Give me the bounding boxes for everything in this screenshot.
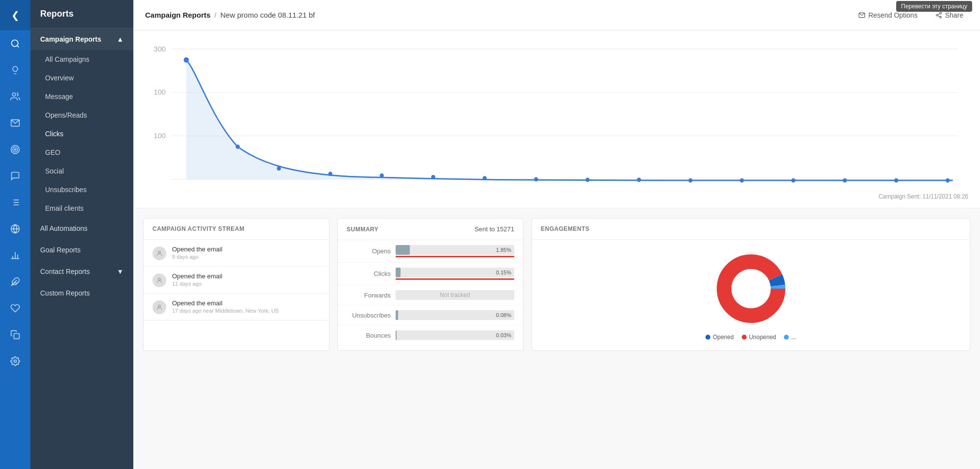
breadcrumb-separator: / bbox=[214, 11, 216, 19]
chart-point bbox=[637, 178, 641, 182]
chart-point bbox=[585, 178, 589, 182]
svg-point-22 bbox=[14, 360, 17, 363]
legend-dot-opened bbox=[705, 335, 710, 340]
email-icon[interactable] bbox=[0, 110, 30, 136]
copy-icon[interactable] bbox=[0, 321, 30, 348]
avatar bbox=[152, 273, 166, 287]
sidebar-item-overview[interactable]: Overview bbox=[30, 69, 133, 87]
summary-bar-fill bbox=[396, 268, 401, 277]
sidebar-item-opens-reads[interactable]: Opens/Reads bbox=[30, 106, 133, 124]
sidebar-item-custom-reports[interactable]: Custom Reports bbox=[30, 282, 133, 304]
globe-icon[interactable] bbox=[0, 216, 30, 242]
activity-action: Opened the email bbox=[172, 272, 320, 280]
top-bar: Campaign Reports / New promo code 08.11.… bbox=[133, 0, 980, 30]
donut-hole bbox=[731, 269, 771, 308]
svg-text:100: 100 bbox=[153, 131, 166, 139]
summary-bar-unsubscribes: 0.08% bbox=[396, 310, 514, 320]
legend-item-unopened: Unopened bbox=[742, 334, 776, 341]
chart-point bbox=[534, 177, 538, 181]
search-icon[interactable] bbox=[0, 30, 30, 57]
breadcrumb-campaign-reports[interactable]: Campaign Reports bbox=[145, 11, 210, 19]
svg-line-1 bbox=[17, 46, 19, 48]
donut-chart bbox=[712, 249, 790, 328]
avatar bbox=[152, 247, 166, 260]
puzzle-icon[interactable] bbox=[0, 269, 30, 295]
sidebar-item-all-automations[interactable]: All Automations bbox=[30, 218, 133, 239]
summary-bar-bg: Not tracked bbox=[396, 290, 514, 300]
summary-row-opens: Opens 1.85% bbox=[338, 240, 523, 263]
sidebar-item-unsubscribes[interactable]: Unsubscribes bbox=[30, 180, 133, 199]
sidebar-item-geo[interactable]: GEO bbox=[30, 143, 133, 162]
chart-area-fill bbox=[186, 60, 953, 180]
activity-item: Opened the email 9 days ago bbox=[144, 240, 329, 267]
chart-bar-icon[interactable] bbox=[0, 242, 30, 269]
activity-action: Opened the email bbox=[172, 246, 320, 253]
resend-icon bbox=[858, 12, 865, 19]
chart-point bbox=[482, 176, 486, 180]
summary-bar-opens: 1.85% bbox=[396, 245, 514, 257]
main-content: Campaign Reports / New promo code 08.11.… bbox=[133, 0, 980, 469]
activity-stream-panel: CAMPAIGN ACTIVITY STREAM Opened the emai… bbox=[143, 218, 329, 351]
breadcrumb-campaign-name: New promo code 08.11.21 bf bbox=[221, 11, 315, 19]
panels-row: CAMPAIGN ACTIVITY STREAM Opened the emai… bbox=[133, 208, 980, 351]
summary-bar-bounces: 0.03% bbox=[396, 330, 514, 340]
sidebar-campaign-reports-header[interactable]: Campaign Reports ▲ bbox=[30, 28, 133, 50]
chart-point bbox=[688, 178, 692, 183]
summary-row-clicks: Clicks 0.15% bbox=[338, 263, 523, 285]
share-icon bbox=[935, 12, 942, 19]
svg-point-24 bbox=[939, 12, 941, 14]
engagements-panel: ENGAGEMENTS bbox=[531, 218, 970, 351]
svg-point-2 bbox=[12, 93, 16, 97]
engagements-header: ENGAGEMENTS bbox=[532, 219, 970, 240]
target-icon[interactable] bbox=[0, 136, 30, 163]
svg-point-38 bbox=[158, 305, 161, 307]
chart-point bbox=[277, 166, 281, 171]
legend-dot-unopened bbox=[742, 335, 747, 340]
icon-rail: ❮ bbox=[0, 0, 30, 469]
summary-label-unsubscribes: Unsubscribes bbox=[347, 312, 391, 319]
chevron-up-icon: ▲ bbox=[117, 35, 124, 43]
not-tracked-label: Not tracked bbox=[440, 292, 470, 298]
sidebar-title: Reports bbox=[30, 0, 133, 28]
collapse-rail-button[interactable]: ❮ bbox=[0, 0, 30, 30]
chart-point bbox=[236, 145, 240, 149]
chart-section: 300 100 100 bbox=[133, 30, 980, 208]
svg-point-5 bbox=[13, 147, 18, 152]
list-icon[interactable] bbox=[0, 189, 30, 216]
translate-tooltip: Перевести эту страницу bbox=[896, 1, 972, 12]
summary-panel: SUMMARY Sent to 15271 Opens 1.85% bbox=[337, 218, 524, 351]
activity-time: 17 days ago near Middletown, New York, U… bbox=[172, 308, 320, 314]
chart-point bbox=[184, 57, 189, 63]
sidebar-item-social[interactable]: Social bbox=[30, 162, 133, 180]
chart-point bbox=[740, 178, 744, 183]
chart-container: 300 100 100 bbox=[145, 38, 968, 190]
settings-icon[interactable] bbox=[0, 348, 30, 374]
sidebar-item-email-clients[interactable]: Email clients bbox=[30, 199, 133, 218]
contacts-icon[interactable] bbox=[0, 83, 30, 110]
summary-bar-fill bbox=[396, 245, 410, 255]
sidebar-item-all-campaigns[interactable]: All Campaigns bbox=[30, 50, 133, 69]
legend-dot-other bbox=[784, 335, 789, 340]
sidebar-item-goal-reports[interactable]: Goal Reports bbox=[30, 239, 133, 261]
summary-red-line-clicks bbox=[396, 278, 514, 280]
activity-time: 11 days ago bbox=[172, 281, 320, 287]
sidebar-item-contact-reports[interactable]: Contact Reports ▼ bbox=[30, 261, 133, 282]
svg-point-4 bbox=[11, 146, 20, 154]
svg-point-6 bbox=[14, 148, 16, 150]
lightbulb-icon[interactable] bbox=[0, 57, 30, 83]
summary-label-forwards: Forwards bbox=[347, 292, 391, 299]
svg-rect-21 bbox=[14, 334, 20, 339]
svg-line-28 bbox=[938, 13, 940, 14]
summary-label-opens: Opens bbox=[347, 247, 391, 255]
heart-icon[interactable] bbox=[0, 295, 30, 321]
summary-bar-bg: 0.08% bbox=[396, 310, 514, 320]
sidebar-item-message[interactable]: Message bbox=[30, 87, 133, 106]
sidebar-item-clicks[interactable]: Clicks bbox=[30, 124, 133, 143]
activity-text: Opened the email 9 days ago bbox=[172, 246, 320, 260]
engagements-chart-area: Opened Unopened ... bbox=[532, 240, 970, 350]
summary-bar-value-bounces: 0.03% bbox=[496, 332, 511, 338]
chart-point bbox=[791, 178, 795, 183]
svg-point-25 bbox=[936, 14, 938, 16]
chat-icon[interactable] bbox=[0, 163, 30, 189]
summary-sent-to: Sent to 15271 bbox=[475, 225, 514, 233]
